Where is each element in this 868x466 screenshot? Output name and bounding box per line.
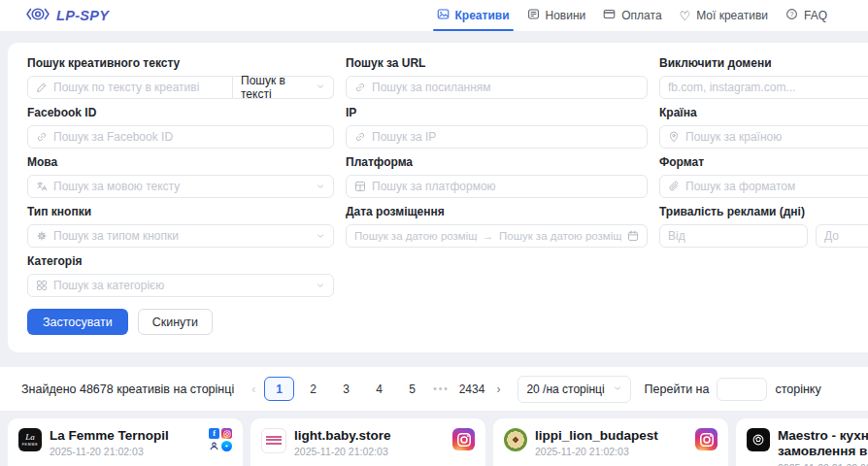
date-from-input[interactable]	[354, 230, 477, 242]
goto-page-input[interactable]	[717, 378, 767, 401]
creative-text-input[interactable]	[53, 81, 224, 94]
page-button-4[interactable]: 4	[365, 378, 393, 400]
page-button-2[interactable]: 2	[299, 378, 327, 400]
tab-news[interactable]: Новини	[527, 0, 586, 31]
field-label: Пошук за URL	[346, 56, 648, 70]
exclude-domains-input[interactable]	[668, 81, 868, 94]
duration-from-input[interactable]	[668, 229, 799, 243]
creatives-grid: LaFEMME La Femme Ternopil 2025-11-20 21:…	[8, 418, 868, 466]
tab-label: FAQ	[804, 9, 827, 22]
eye-logo-icon	[25, 6, 50, 25]
format-select[interactable]	[659, 175, 868, 198]
goto-page: Перейти на сторінку	[645, 378, 821, 401]
page-button-last[interactable]: 2434	[456, 378, 488, 400]
button-type-select[interactable]	[27, 224, 334, 248]
instagram-icon	[695, 428, 718, 450]
goto-suffix: сторінку	[775, 383, 820, 396]
arrow-right-icon: →	[483, 230, 493, 242]
facebook-icon: f	[209, 428, 219, 439]
field-creative-text: Пошук креативного тексту Пошук в тексті	[27, 56, 334, 99]
facebook-id-input[interactable]	[53, 130, 325, 144]
date-to-input[interactable]	[499, 230, 621, 242]
page-button-3[interactable]: 3	[332, 378, 360, 400]
duration-to-input[interactable]	[824, 229, 868, 243]
news-icon	[527, 8, 540, 23]
format-input[interactable]	[685, 180, 868, 193]
card-date: 2025-11-20 21:02:03	[535, 446, 687, 457]
chevron-down-icon	[316, 178, 325, 195]
pagination-bar: Знайдено 48678 креативів на сторінці ‹ 1…	[0, 366, 868, 411]
tab-payment[interactable]: Оплата	[603, 0, 661, 31]
creative-card[interactable]: lippi_lion_budapest 2025-11-20 21:02:03 …	[493, 418, 728, 466]
tab-creatives[interactable]: Креативи	[437, 0, 510, 31]
language-select[interactable]	[27, 175, 334, 198]
field-label: Пошук креативного тексту	[27, 56, 334, 70]
card-title: lippi_lion_budapest	[535, 428, 687, 443]
logo[interactable]: LP-SPY	[25, 6, 109, 25]
platform-select[interactable]	[346, 175, 648, 198]
pager-ellipsis[interactable]: •••	[431, 383, 451, 394]
ip-input[interactable]	[372, 130, 639, 144]
link-icon	[354, 82, 366, 93]
field-button-type: Тип кнопки	[27, 205, 334, 248]
page-button-5[interactable]: 5	[398, 378, 426, 400]
instagram-icon	[221, 428, 232, 439]
card-date: 2025-11-20 21:02:03	[294, 446, 445, 457]
category-input[interactable]	[53, 279, 310, 292]
tab-my-creatives[interactable]: ♡ Мої креативи	[680, 0, 768, 31]
prev-page-button[interactable]: ‹	[248, 383, 259, 396]
url-input[interactable]	[372, 81, 639, 94]
chevron-down-icon	[316, 277, 325, 294]
per-page-select[interactable]: 20 /на сторінці	[517, 376, 630, 403]
field-label: Формат	[659, 155, 868, 169]
mode-value: Пошук в тексті	[241, 74, 316, 101]
pin-icon	[668, 131, 680, 143]
chevron-down-icon	[316, 81, 325, 94]
field-platform: Платформа	[346, 155, 648, 198]
country-input[interactable]	[685, 130, 868, 144]
apply-button[interactable]: Застосувати	[27, 309, 128, 335]
card-title: Maestro - кухні, меблі на замовлення в У…	[778, 428, 868, 459]
image-icon	[437, 8, 450, 23]
next-page-button[interactable]: ›	[492, 383, 504, 396]
text-search-mode-select[interactable]: Пошук в тексті	[233, 76, 334, 99]
platform-icons: f	[209, 428, 232, 451]
field-label: Категорія	[27, 254, 334, 268]
pencil-icon	[36, 82, 48, 93]
language-input[interactable]	[53, 180, 310, 193]
field-duration: Тривалість реклами (дні)	[659, 205, 868, 248]
platform-input[interactable]	[372, 180, 639, 193]
tab-faq[interactable]: ? FAQ	[785, 0, 827, 31]
creative-card[interactable]: LaFEMME La Femme Ternopil 2025-11-20 21:…	[8, 418, 243, 466]
field-label: Дата розміщення	[346, 205, 648, 218]
translate-icon	[36, 181, 48, 192]
card-title: La Femme Ternopil	[50, 428, 201, 443]
link-icon	[36, 131, 48, 143]
platform-icon	[354, 181, 366, 192]
avatar	[261, 428, 286, 453]
goto-label: Перейти на	[645, 383, 710, 396]
avatar	[747, 428, 770, 451]
page-button-1[interactable]: 1	[264, 377, 294, 401]
messenger-icon	[221, 441, 232, 451]
field-url: Пошук за URL	[346, 56, 648, 99]
card-date: 2025-11-20 21:02:03	[778, 462, 868, 466]
link-icon	[354, 131, 366, 143]
card-title: light.baby.store	[294, 428, 445, 443]
creative-card[interactable]: Maestro - кухні, меблі на замовлення в У…	[736, 418, 868, 466]
date-range-picker[interactable]: →	[346, 224, 648, 248]
results-count: Знайдено 48678 креативів на сторінці	[21, 383, 234, 396]
reset-button[interactable]: Скинути	[138, 309, 213, 335]
field-label: IP	[346, 106, 648, 119]
category-select[interactable]	[27, 274, 334, 297]
button-type-input[interactable]	[53, 229, 310, 243]
paperclip-icon	[668, 181, 680, 192]
audience-network-icon	[209, 441, 219, 451]
card-date: 2025-11-20 21:02:03	[50, 446, 201, 457]
filters-panel: Пошук креативного тексту Пошук в тексті	[8, 43, 868, 352]
tab-label: Оплата	[621, 9, 661, 22]
field-placement-date: Дата розміщення →	[346, 205, 648, 248]
creative-card[interactable]: light.baby.store 2025-11-20 21:02:03 3 d…	[250, 418, 485, 466]
field-label: Facebook ID	[27, 106, 334, 119]
category-icon	[36, 280, 48, 291]
